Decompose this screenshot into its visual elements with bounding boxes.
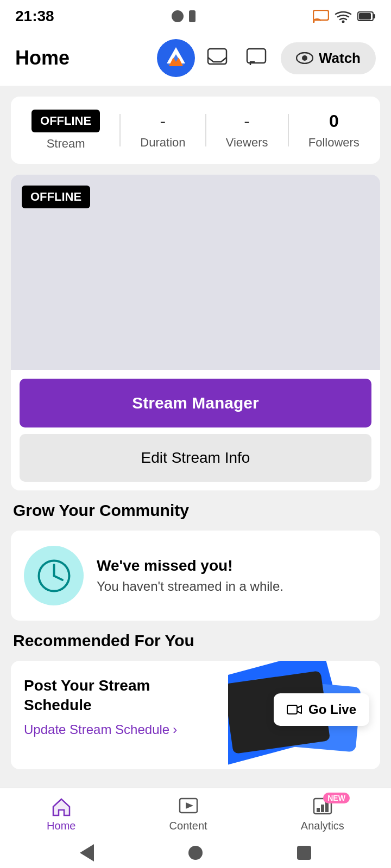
home-icon [51,797,72,816]
svg-rect-14 [287,705,297,714]
svg-rect-4 [359,13,371,20]
svg-point-2 [342,21,345,23]
nav-home-label: Home [47,820,75,832]
divider3 [288,114,289,146]
svg-rect-5 [373,14,375,18]
video-camera-icon [287,704,302,716]
grow-community-title: Grow Your Community [11,501,380,520]
wifi-icon [335,10,352,23]
main-content: OFFLINE Stream - Duration - Viewers 0 Fo… [0,86,391,868]
watch-label: Watch [319,50,361,67]
chat-button[interactable] [242,43,271,73]
nav-analytics-label: Analytics [301,820,344,832]
nav-content[interactable]: Content [159,797,218,832]
stream-card: OFFLINE Stream Manager Edit Stream Info [11,175,380,490]
content-icon [178,797,199,816]
svg-rect-19 [321,805,324,812]
app-logo [157,39,195,77]
followers-value: 0 [329,111,339,131]
android-nav-bar [0,838,391,868]
recommended-card: Post Your Stream Schedule Update Stream … [11,661,380,769]
duration-label: Duration [140,136,185,150]
status-bar: 21:38 [0,0,391,30]
status-right-icons [313,10,376,23]
community-card: We've missed you! You haven't streamed i… [11,531,380,621]
go-live-card: Go Live [274,693,369,726]
header: Home Watch [0,30,391,86]
svg-rect-18 [317,808,320,812]
page-title: Home [15,47,149,69]
followers-item: 0 Followers [308,111,360,150]
inbox-button[interactable] [203,43,232,73]
viewers-label: Viewers [226,136,268,150]
duration-item: - Duration [140,111,185,150]
status-icons-left [172,10,195,22]
edit-stream-button[interactable]: Edit Stream Info [20,434,371,482]
svg-marker-16 [186,802,193,809]
update-stream-link[interactable]: Update Stream Schedule › [24,722,215,737]
recommended-title: Recommended For You [11,631,380,650]
new-badge: NEW [323,793,350,803]
watch-button[interactable]: Watch [281,42,376,74]
community-card-subtitle: You haven't streamed in a while. [97,579,283,594]
svg-rect-8 [247,49,266,63]
stream-status-item: OFFLINE Stream [31,110,100,151]
stream-actions: Stream Manager Edit Stream Info [11,370,380,490]
chat-icon [246,48,267,67]
stream-label: Stream [47,137,85,151]
viewers-value: - [244,111,250,131]
recommended-content: Post Your Stream Schedule Update Stream … [11,661,228,769]
clock-icon [36,558,72,593]
recents-button[interactable] [297,846,311,860]
notification-icon [189,10,195,22]
viewers-item: - Viewers [226,111,268,150]
stream-manager-button[interactable]: Stream Manager [20,379,371,427]
back-button[interactable] [80,844,94,861]
offline-badge: OFFLINE [31,110,100,132]
status-time: 21:38 [15,8,54,25]
followers-label: Followers [308,136,360,150]
nav-content-label: Content [169,820,207,832]
recommended-card-title: Post Your Stream Schedule [24,676,215,716]
stream-preview: OFFLINE [11,175,380,370]
svg-point-10 [302,55,307,61]
eye-icon [296,52,313,64]
chevron-right-icon: › [173,722,177,737]
battery-icon [357,11,376,22]
stats-card: OFFLINE Stream - Duration - Viewers 0 Fo… [11,97,380,164]
clock-circle [24,546,84,605]
header-icons: Watch [203,42,376,74]
community-card-title: We've missed you! [97,557,283,575]
divider2 [205,114,206,146]
svg-point-1 [313,21,315,23]
recommended-visual: Go Live [228,661,380,769]
update-link-label: Update Stream Schedule [24,722,169,737]
duration-value: - [160,111,166,131]
inbox-icon [207,48,228,67]
divider [119,114,121,146]
nav-home[interactable]: Home [36,797,86,832]
nav-analytics[interactable]: NEW Analytics [290,797,355,832]
bottom-navigation: Home Content NEW Analytics [0,788,391,838]
stream-offline-badge: OFFLINE [22,186,90,208]
home-button[interactable] [188,846,203,860]
community-text: We've missed you! You haven't streamed i… [97,557,283,594]
cast-icon [313,10,329,23]
go-live-label: Go Live [308,702,356,717]
circle-indicator-icon [172,10,184,22]
svg-line-13 [54,576,62,580]
